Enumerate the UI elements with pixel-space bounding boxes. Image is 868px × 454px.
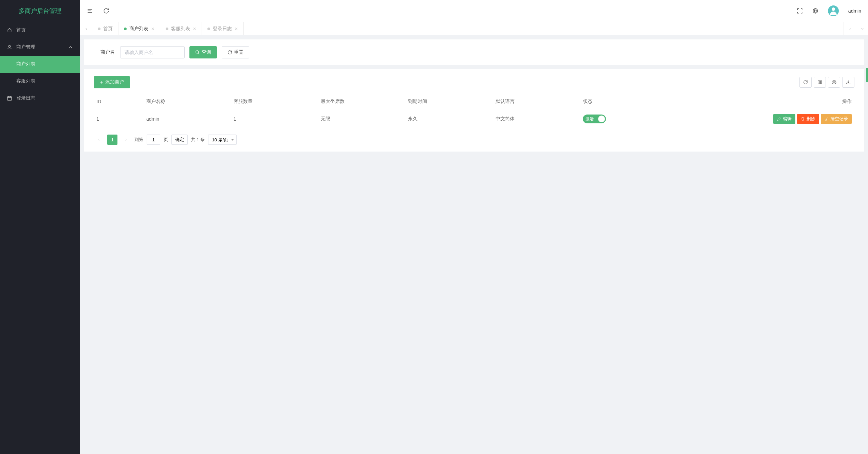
refresh-icon[interactable]: [103, 8, 109, 14]
page-next-button[interactable]: [121, 135, 131, 145]
sidebar-menu: 首页 商户管理 商户列表 客服列表: [0, 22, 80, 454]
close-icon[interactable]: ✕: [193, 27, 196, 31]
page-size-select[interactable]: 10 条/页: [208, 135, 237, 145]
page-prev-button[interactable]: [94, 135, 104, 145]
tab-service-list[interactable]: 客服列表 ✕: [160, 22, 202, 35]
tab-home[interactable]: 首页: [92, 22, 118, 35]
chevron-right-icon: [124, 138, 128, 142]
goto-label: 到第: [134, 137, 143, 143]
sidebar-item-home[interactable]: 首页: [0, 22, 80, 39]
edit-icon: [777, 117, 781, 121]
svg-rect-4: [818, 81, 819, 84]
search-icon: [195, 50, 200, 55]
tab-label: 首页: [103, 26, 113, 32]
tab-label: 商户列表: [129, 26, 148, 32]
cell-lang: 中文简体: [493, 109, 580, 129]
tool-refresh-button[interactable]: [799, 77, 812, 88]
button-label: 重置: [234, 49, 243, 55]
page-unit-label: 页: [164, 137, 168, 143]
tabs-next-button[interactable]: [844, 22, 856, 35]
chevron-left-icon: [97, 138, 101, 142]
refresh-icon: [803, 80, 808, 85]
tool-print-button[interactable]: [828, 77, 840, 88]
cell-max-seats: 无限: [318, 109, 405, 129]
home-icon: [7, 28, 12, 33]
right-edge-indicator[interactable]: [866, 68, 868, 82]
tool-export-button[interactable]: [842, 77, 854, 88]
delete-button[interactable]: 删除: [797, 114, 819, 124]
svg-rect-1: [7, 97, 12, 100]
table-row: 1 admin 1 无限 永久 中文简体 激活: [94, 109, 854, 129]
tab-label: 登录日志: [213, 26, 232, 32]
svg-rect-6: [821, 81, 821, 84]
menu-toggle-icon[interactable]: [87, 8, 93, 14]
th-id: ID: [94, 94, 144, 109]
th-name: 商户名称: [144, 94, 231, 109]
tab-dot-icon: [98, 28, 100, 30]
sidebar-item-label: 客服列表: [16, 78, 35, 84]
svg-point-0: [8, 46, 10, 47]
app-logo: 多商户后台管理: [0, 0, 80, 22]
button-label: 编辑: [783, 116, 792, 122]
pagination: 1 到第 页 确定 共 1 条 10 条/页: [94, 135, 854, 145]
tabs-dropdown-button[interactable]: [856, 22, 868, 35]
goto-confirm-button[interactable]: 确定: [171, 135, 188, 145]
page-number-button[interactable]: 1: [107, 135, 117, 145]
username[interactable]: admin: [848, 8, 861, 14]
tab-merchant-list[interactable]: 商户列表 ✕: [118, 22, 160, 35]
svg-rect-5: [819, 81, 820, 84]
button-label: 删除: [807, 116, 815, 122]
th-status: 状态: [580, 94, 680, 109]
status-switch[interactable]: 激活: [583, 115, 606, 123]
search-card: 商户名 查询 重置: [84, 39, 864, 65]
tab-login-log[interactable]: 登录日志 ✕: [202, 22, 244, 35]
reset-button[interactable]: 重置: [222, 46, 249, 58]
merchant-name-input[interactable]: [120, 46, 185, 58]
user-icon: [7, 45, 12, 50]
chevron-up-icon: [68, 45, 73, 50]
search-label: 商户名: [100, 49, 115, 55]
sidebar-item-label: 首页: [16, 27, 26, 33]
tab-dot-icon: [166, 28, 168, 30]
edit-button[interactable]: 编辑: [773, 114, 795, 124]
tab-dot-icon: [207, 28, 210, 30]
clear-button[interactable]: 清空记录: [821, 114, 852, 124]
close-icon[interactable]: ✕: [151, 27, 154, 31]
query-button[interactable]: 查询: [189, 46, 217, 58]
avatar[interactable]: [828, 5, 839, 16]
sidebar-item-label: 商户列表: [16, 61, 35, 67]
tabs-prev-button[interactable]: [80, 22, 92, 35]
cell-expire: 永久: [405, 109, 493, 129]
fullscreen-icon[interactable]: [797, 8, 803, 14]
globe-icon[interactable]: [812, 8, 818, 14]
th-lang: 默认语言: [493, 94, 580, 109]
header: admin: [80, 0, 868, 22]
broom-icon: [825, 117, 829, 121]
goto-page-input[interactable]: [147, 135, 160, 145]
tool-columns-button[interactable]: [814, 77, 826, 88]
sidebar-item-login-log[interactable]: 登录日志: [0, 90, 80, 107]
switch-knob: [598, 116, 605, 122]
merchant-table: ID 商户名称 客服数量 最大坐席数 到期时间 默认语言 状态 操作 1: [94, 94, 854, 129]
add-merchant-button[interactable]: 添加商户: [94, 76, 130, 88]
tab-dot-icon: [124, 28, 127, 30]
export-icon: [846, 80, 851, 85]
close-icon[interactable]: ✕: [235, 27, 238, 31]
sidebar-subitem-merchant-list[interactable]: 商户列表: [0, 56, 80, 73]
switch-label: 激活: [586, 116, 594, 122]
sidebar: 多商户后台管理 首页 商户管理 商户列表: [0, 0, 80, 454]
button-label: 清空记录: [830, 116, 848, 122]
sidebar-subitem-service-list[interactable]: 客服列表: [0, 73, 80, 90]
svg-rect-7: [833, 83, 835, 84]
total-label: 共 1 条: [191, 137, 205, 143]
svg-point-3: [196, 51, 199, 53]
sidebar-item-merchant[interactable]: 商户管理: [0, 39, 80, 56]
th-service-count: 客服数量: [231, 94, 318, 109]
th-expire: 到期时间: [405, 94, 493, 109]
main-area: admin 首页 商户列表 ✕ 客服列表 ✕: [80, 0, 868, 454]
th-actions: 操作: [680, 94, 854, 109]
cell-name: admin: [144, 109, 231, 129]
button-label: 查询: [202, 49, 211, 55]
th-max-seats: 最大坐席数: [318, 94, 405, 109]
trash-icon: [801, 117, 805, 121]
